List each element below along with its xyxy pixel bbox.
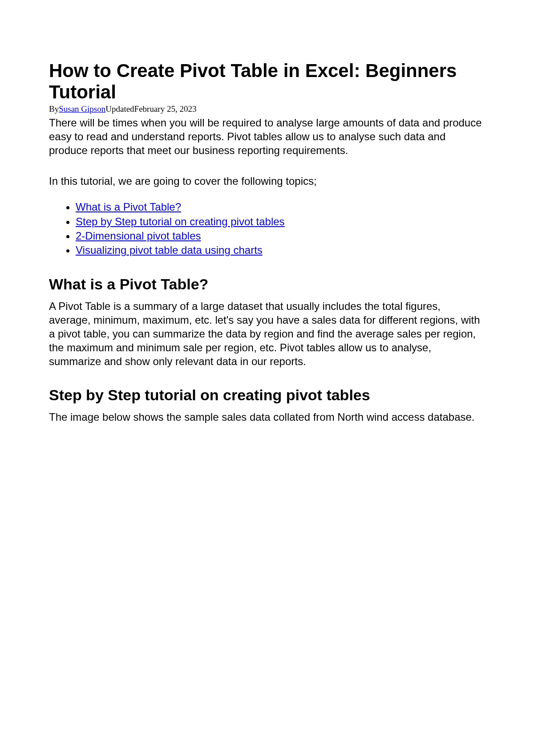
by-label: By bbox=[49, 104, 59, 114]
section-heading-step-by-step: Step by Step tutorial on creating pivot … bbox=[49, 386, 485, 404]
topics-intro: In this tutorial, we are going to cover … bbox=[49, 175, 485, 187]
author-link[interactable]: Susan Gipson bbox=[59, 104, 105, 114]
list-item: What is a Pivot Table? bbox=[76, 200, 485, 214]
list-item: Step by Step tutorial on creating pivot … bbox=[76, 215, 485, 229]
updated-date: February 25, 2023 bbox=[134, 104, 197, 114]
toc-link[interactable]: Step by Step tutorial on creating pivot … bbox=[76, 215, 285, 228]
table-of-contents: What is a Pivot Table? Step by Step tuto… bbox=[49, 200, 485, 258]
list-item: Visualizing pivot table data using chart… bbox=[76, 243, 485, 257]
document-page: How to Create Pivot Table in Excel: Begi… bbox=[0, 0, 534, 424]
toc-link[interactable]: Visualizing pivot table data using chart… bbox=[76, 244, 263, 256]
updated-label: Updated bbox=[105, 104, 134, 114]
page-title: How to Create Pivot Table in Excel: Begi… bbox=[49, 60, 485, 103]
toc-link[interactable]: 2-Dimensional pivot tables bbox=[76, 230, 201, 242]
toc-link[interactable]: What is a Pivot Table? bbox=[76, 201, 181, 213]
section-body: The image below shows the sample sales d… bbox=[49, 410, 485, 424]
section-heading-what-is: What is a Pivot Table? bbox=[49, 276, 485, 293]
intro-paragraph: There will be times when you will be req… bbox=[49, 116, 485, 158]
list-item: 2-Dimensional pivot tables bbox=[76, 229, 485, 243]
section-body: A Pivot Table is a summary of a large da… bbox=[49, 299, 485, 369]
byline: BySusan GipsonUpdatedFebruary 25, 2023 bbox=[49, 104, 485, 114]
